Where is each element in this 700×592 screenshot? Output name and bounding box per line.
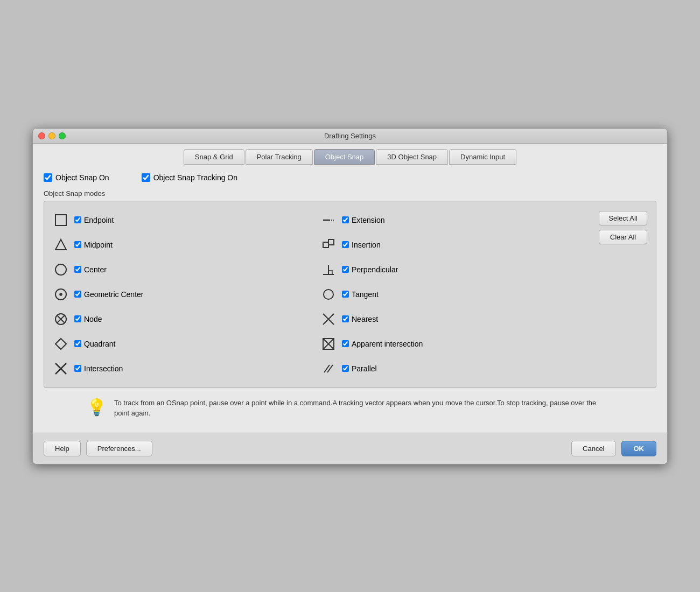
tangent-checkbox[interactable] bbox=[342, 291, 349, 298]
midpoint-checkbox[interactable] bbox=[74, 241, 81, 248]
apparent-intersection-icon bbox=[320, 336, 337, 352]
quadrant-checkbox[interactable] bbox=[74, 340, 81, 347]
nearest-checkbox[interactable] bbox=[342, 315, 349, 322]
parallel-icon bbox=[320, 361, 337, 377]
snap-apparent-intersection: Apparent intersection bbox=[320, 334, 588, 354]
object-snap-tracking-label: Object Snap Tracking On bbox=[153, 173, 237, 182]
modes-actions: Select All Clear All bbox=[588, 210, 647, 379]
perpendicular-checkbox[interactable] bbox=[342, 266, 349, 273]
snap-extension: Extension bbox=[320, 210, 588, 230]
tab-snap-grid[interactable]: Snap & Grid bbox=[184, 149, 244, 165]
node-checkbox[interactable] bbox=[74, 315, 81, 322]
extension-label[interactable]: Extension bbox=[342, 216, 384, 224]
svg-point-17 bbox=[324, 290, 333, 299]
extension-icon bbox=[320, 212, 337, 228]
object-snap-on-label: Object Snap On bbox=[55, 173, 109, 182]
parallel-checkbox[interactable] bbox=[342, 365, 349, 372]
endpoint-icon bbox=[53, 212, 69, 228]
snap-quadrant: Quadrant bbox=[53, 334, 320, 354]
apparent-intersection-label[interactable]: Apparent intersection bbox=[342, 340, 423, 348]
center-label[interactable]: Center bbox=[74, 265, 107, 274]
hint-area: 💡 To track from an OSnap point, pause ov… bbox=[44, 398, 656, 419]
svg-rect-0 bbox=[55, 215, 66, 225]
insertion-label[interactable]: Insertion bbox=[342, 241, 381, 249]
maximize-button[interactable] bbox=[59, 132, 66, 139]
insertion-checkbox[interactable] bbox=[342, 241, 349, 248]
object-snap-on-checkbox[interactable] bbox=[44, 173, 52, 182]
svg-point-2 bbox=[55, 264, 66, 275]
snap-nearest: Nearest bbox=[320, 309, 588, 329]
parallel-label[interactable]: Parallel bbox=[342, 364, 377, 373]
apparent-intersection-checkbox[interactable] bbox=[342, 340, 349, 347]
clear-all-button[interactable]: Clear All bbox=[599, 230, 647, 244]
modes-grid: Endpoint Midpoint bbox=[53, 210, 647, 379]
footer-left: Help Preferences... bbox=[44, 441, 152, 456]
tab-3d-object-snap[interactable]: 3D Object Snap bbox=[376, 149, 448, 165]
insertion-icon bbox=[320, 237, 337, 253]
titlebar: Drafting Settings bbox=[33, 129, 667, 144]
intersection-icon bbox=[53, 361, 69, 377]
svg-rect-13 bbox=[328, 239, 334, 245]
tangent-label[interactable]: Tangent bbox=[342, 290, 379, 299]
quadrant-label[interactable]: Quadrant bbox=[74, 340, 115, 348]
modes-right-column: Extension Insertion bbox=[320, 210, 588, 379]
tangent-icon bbox=[320, 286, 337, 302]
snap-tangent: Tangent bbox=[320, 284, 588, 305]
intersection-label[interactable]: Intersection bbox=[74, 364, 123, 373]
object-snap-on-row: Object Snap On bbox=[44, 173, 109, 182]
intersection-checkbox[interactable] bbox=[74, 365, 81, 372]
svg-rect-16 bbox=[328, 271, 332, 274]
snap-node: Node bbox=[53, 309, 320, 329]
center-icon bbox=[53, 262, 69, 278]
minimize-button[interactable] bbox=[48, 132, 55, 139]
extension-checkbox[interactable] bbox=[342, 216, 349, 223]
svg-rect-12 bbox=[323, 242, 328, 248]
geometric-center-checkbox[interactable] bbox=[74, 291, 81, 298]
modes-left-column: Endpoint Midpoint bbox=[53, 210, 320, 379]
footer: Help Preferences... Cancel OK bbox=[33, 433, 667, 464]
svg-point-4 bbox=[60, 293, 62, 295]
ok-button[interactable]: OK bbox=[621, 441, 657, 456]
snap-center: Center bbox=[53, 259, 320, 280]
snap-intersection: Intersection bbox=[53, 358, 320, 379]
tabs-bar: Snap & Grid Polar Tracking Object Snap 3… bbox=[33, 144, 667, 165]
main-window: Drafting Settings Snap & Grid Polar Trac… bbox=[32, 128, 668, 464]
geometric-center-label[interactable]: Geometric Center bbox=[74, 290, 143, 299]
hint-text: To track from an OSnap point, pause over… bbox=[114, 398, 613, 419]
preferences-button[interactable]: Preferences... bbox=[86, 441, 152, 456]
node-icon bbox=[53, 311, 69, 327]
nearest-icon bbox=[320, 311, 337, 327]
midpoint-label[interactable]: Midpoint bbox=[74, 241, 113, 249]
window-title: Drafting Settings bbox=[324, 132, 376, 140]
tab-object-snap[interactable]: Object Snap bbox=[314, 149, 375, 165]
geometric-center-icon bbox=[53, 286, 69, 302]
top-checkboxes: Object Snap On Object Snap Tracking On bbox=[44, 173, 656, 182]
endpoint-checkbox[interactable] bbox=[74, 216, 81, 223]
object-snap-tracking-row: Object Snap Tracking On bbox=[142, 173, 237, 182]
modes-box: Endpoint Midpoint bbox=[44, 201, 656, 388]
select-all-button[interactable]: Select All bbox=[599, 211, 647, 225]
cancel-button[interactable]: Cancel bbox=[571, 441, 615, 456]
snap-parallel: Parallel bbox=[320, 358, 588, 379]
tab-polar-tracking[interactable]: Polar Tracking bbox=[246, 149, 313, 165]
node-label[interactable]: Node bbox=[74, 315, 102, 323]
object-snap-tracking-checkbox[interactable] bbox=[142, 173, 150, 182]
snap-midpoint: Midpoint bbox=[53, 235, 320, 255]
snap-insertion: Insertion bbox=[320, 235, 588, 255]
snap-endpoint: Endpoint bbox=[53, 210, 320, 230]
midpoint-icon bbox=[53, 237, 69, 253]
close-button[interactable] bbox=[38, 132, 45, 139]
modes-label: Object Snap modes bbox=[44, 189, 656, 198]
nearest-label[interactable]: Nearest bbox=[342, 315, 378, 323]
tab-dynamic-input[interactable]: Dynamic Input bbox=[449, 149, 516, 165]
traffic-lights bbox=[38, 132, 66, 139]
endpoint-label[interactable]: Endpoint bbox=[74, 216, 114, 224]
lightbulb-icon: 💡 bbox=[87, 398, 107, 417]
help-button[interactable]: Help bbox=[44, 441, 81, 456]
quadrant-icon bbox=[53, 336, 69, 352]
perpendicular-label[interactable]: Perpendicular bbox=[342, 265, 398, 274]
content-area: Object Snap On Object Snap Tracking On O… bbox=[33, 165, 667, 427]
snap-perpendicular: Perpendicular bbox=[320, 259, 588, 280]
center-checkbox[interactable] bbox=[74, 266, 81, 273]
snap-geometric-center: Geometric Center bbox=[53, 284, 320, 305]
